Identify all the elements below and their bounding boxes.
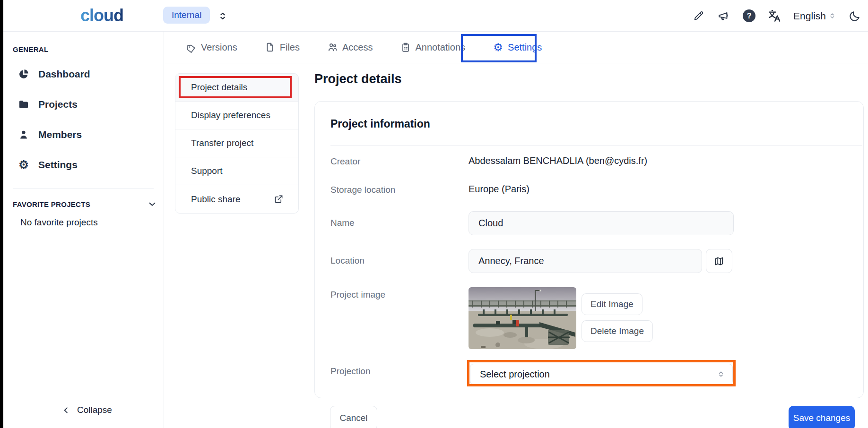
sidebar-item-settings[interactable]: ⚙ Settings	[17, 159, 78, 171]
edit-pencil-icon[interactable]	[692, 9, 705, 23]
open-map-button[interactable]	[706, 249, 732, 273]
project-image-label: Project image	[330, 290, 385, 300]
chevron-up-down-icon	[829, 12, 836, 19]
tab-label: Annotations	[415, 42, 465, 53]
project-image-thumbnail	[469, 287, 576, 349]
submenu-item-label: Support	[191, 166, 223, 176]
tab-versions[interactable]: Versions	[186, 42, 237, 53]
gear-icon: ⚙	[493, 42, 503, 53]
tab-settings[interactable]: ⚙ Settings	[493, 42, 542, 53]
help-icon[interactable]: ?	[743, 9, 755, 22]
submenu-item-label: Public share	[191, 194, 241, 205]
projection-label: Projection	[330, 366, 371, 377]
users-icon	[327, 42, 338, 53]
submenu-item-project-details[interactable]: Project details	[175, 74, 298, 102]
chevron-up-down-icon	[717, 370, 725, 378]
folder-icon	[17, 98, 30, 111]
sidebar-item-dashboard[interactable]: Dashboard	[17, 68, 90, 80]
settings-submenu: Project details Display preferences Tran…	[175, 73, 299, 214]
location-label: Location	[330, 256, 365, 266]
submenu-item-display-preferences[interactable]: Display preferences	[175, 102, 298, 129]
name-label: Name	[330, 218, 355, 228]
chevron-left-icon	[61, 406, 70, 415]
pie-chart-icon	[17, 68, 30, 80]
section-title: Project information	[330, 118, 430, 130]
submenu-item-label: Project details	[191, 82, 247, 93]
project-information-card: Project information Creator Abdessalam B…	[314, 101, 864, 398]
submenu-item-support[interactable]: Support	[175, 157, 298, 185]
cancel-button[interactable]: Cancel	[330, 406, 377, 428]
chevron-down-icon[interactable]	[147, 199, 157, 209]
sidebar-item-projects[interactable]: Projects	[17, 98, 78, 111]
file-icon	[265, 42, 276, 53]
window-edge-strip	[0, 0, 3, 428]
external-link-icon	[274, 195, 283, 204]
tab-label: Files	[280, 42, 300, 53]
dark-mode-moon-icon[interactable]	[848, 9, 861, 23]
location-input[interactable]	[469, 249, 702, 273]
tab-files[interactable]: Files	[265, 42, 300, 53]
storage-location-value: Europe (Paris)	[469, 184, 529, 195]
creator-value: Abdessalam BENCHADLIA (ben@cydis.fr)	[469, 155, 647, 166]
delete-image-button[interactable]: Delete Image	[582, 320, 653, 342]
sidebar: GENERAL Dashboard Projects	[3, 32, 164, 428]
translate-icon[interactable]	[768, 9, 781, 23]
save-changes-button[interactable]: Save changes	[789, 406, 855, 428]
section-divider	[330, 145, 862, 146]
tab-label: Versions	[201, 42, 237, 53]
collapse-sidebar-button[interactable]: Collapse	[61, 405, 112, 415]
sidebar-item-label: Settings	[38, 159, 78, 171]
favorites-empty-text: No favorite projects	[20, 217, 98, 228]
tag-icon	[186, 42, 197, 53]
app-window: cloud Internal ?	[0, 0, 868, 428]
edit-image-button[interactable]: Edit Image	[582, 293, 642, 315]
submenu-item-public-share[interactable]: Public share	[175, 185, 298, 213]
submenu-item-transfer-project[interactable]: Transfer project	[175, 129, 298, 157]
sidebar-item-label: Projects	[38, 99, 78, 110]
top-header: cloud Internal ?	[3, 0, 868, 32]
name-input[interactable]	[469, 211, 734, 235]
tab-label: Access	[342, 42, 373, 53]
storage-location-label: Storage location	[330, 185, 395, 195]
workspace-badge[interactable]: Internal	[163, 7, 210, 24]
person-icon	[17, 128, 30, 141]
sidebar-section-general: GENERAL	[13, 45, 48, 53]
collapse-label: Collapse	[77, 405, 112, 415]
submenu-item-label: Transfer project	[191, 138, 253, 148]
page-title: Project details	[314, 72, 402, 86]
workspace-switcher-icon[interactable]	[215, 9, 230, 24]
language-selector[interactable]: English	[793, 10, 836, 22]
map-icon	[714, 256, 724, 266]
tab-access[interactable]: Access	[327, 42, 373, 53]
sidebar-item-label: Dashboard	[38, 68, 90, 80]
app-logo: cloud	[80, 6, 123, 26]
tab-annotations[interactable]: Annotations	[400, 42, 465, 53]
sidebar-divider	[13, 188, 154, 188]
tab-label: Settings	[508, 42, 542, 53]
creator-label: Creator	[330, 156, 360, 167]
submenu-item-label: Display preferences	[191, 110, 270, 120]
projection-select[interactable]: Select projection	[470, 364, 733, 385]
language-label: English	[793, 10, 826, 22]
project-tabbar: Versions Files Access	[164, 32, 868, 63]
header-actions: ? English	[692, 0, 861, 32]
announcements-megaphone-icon[interactable]	[717, 9, 730, 23]
clipboard-icon	[400, 42, 411, 53]
sidebar-section-favorites: FAVORITE PROJECTS	[13, 200, 90, 208]
sidebar-item-members[interactable]: Members	[17, 128, 82, 141]
sidebar-item-label: Members	[38, 129, 82, 140]
projection-select-value: Select projection	[480, 369, 550, 380]
gear-icon: ⚙	[17, 159, 30, 171]
